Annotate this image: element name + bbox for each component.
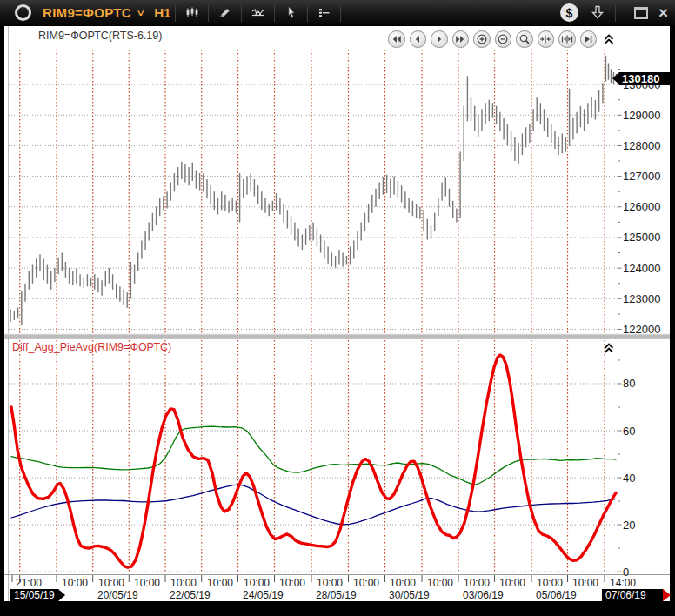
step-back-icon [411, 33, 424, 45]
zoom-out-icon [497, 33, 509, 45]
price-axis-label: 125000 [623, 231, 660, 244]
time-axis-label: 10:00 [170, 577, 197, 589]
time-axis-label: 10:00 [317, 577, 343, 589]
app-logo-ring-icon [15, 4, 31, 21]
time-axis-label: 10:00 [499, 577, 525, 589]
price-axis-label: 126000 [623, 200, 660, 213]
collapse-top-panel-icon[interactable] [603, 32, 615, 46]
pencil-icon[interactable] [213, 3, 237, 23]
expand-bars-button[interactable] [558, 30, 576, 48]
date-axis-label: 20/05/19 [97, 589, 138, 601]
price-axis-label: 122000 [623, 323, 660, 336]
indicator-axis-label: 40 [623, 472, 635, 485]
zoom-in-icon [476, 33, 488, 45]
indicator-axis-label: 20 [623, 519, 635, 532]
title-bar: RIM9=ФОРТС ∨ H1 $ × [0, 0, 675, 26]
time-axis-label: 10:00 [98, 577, 124, 589]
date-axis-label: 30/05/19 [389, 589, 430, 601]
date-axis-label: 24/05/19 [243, 589, 284, 601]
timeframe-label[interactable]: H1 [154, 5, 170, 20]
search-zoom-icon [518, 33, 531, 45]
price-panel-title: RIM9=ФОРТС(RTS-6.19) [38, 30, 162, 42]
symbol-name[interactable]: RIM9=ФОРТС [43, 5, 131, 20]
indicator-axis-label: 60 [623, 425, 635, 438]
step-forward-button[interactable] [431, 30, 448, 48]
price-chart-plot[interactable] [9, 50, 618, 333]
fast-rewind-button[interactable] [388, 30, 405, 48]
time-axis-label: 10:00 [464, 577, 490, 589]
zoom-in-button[interactable] [473, 30, 491, 48]
time-axis-label: 14:00 [610, 577, 636, 589]
fast-forward-icon [454, 33, 466, 45]
chevron-down-icon[interactable]: ∨ [136, 8, 145, 17]
collapse-indicator-panel-icon[interactable] [603, 341, 615, 355]
fast-forward-button[interactable] [452, 30, 470, 48]
time-axis-label: 10:00 [244, 577, 270, 589]
fast-rewind-icon [391, 33, 403, 45]
indicator-plot[interactable] [9, 340, 618, 573]
zoom-out-button[interactable] [495, 30, 512, 48]
download-arrow-icon[interactable] [591, 5, 605, 20]
compress-bars-icon [539, 33, 551, 45]
time-axis-label: 10:00 [207, 577, 233, 589]
go-to-end-icon [582, 33, 594, 45]
time-axis-label: 10:00 [427, 577, 453, 589]
terminal-window: RIM9=ФОРТС ∨ H1 $ × [0, 0, 675, 616]
time-axis-label: 10:00 [353, 577, 379, 589]
date-axis-label: 05/06/19 [536, 589, 577, 601]
time-axis-label: 10:00 [62, 577, 88, 589]
search-zoom-button[interactable] [516, 30, 533, 48]
go-to-end-button[interactable] [580, 30, 598, 48]
date-axis-label: 22/05/19 [170, 589, 211, 601]
time-axis-label: 10:00 [537, 577, 563, 589]
last-price-tag: 130180 [619, 72, 672, 85]
dollar-icon[interactable]: $ [560, 3, 578, 22]
price-axis-label: 129000 [623, 109, 660, 122]
price-axis-label: 124000 [623, 262, 660, 275]
time-axis-label: 10:00 [279, 577, 305, 589]
chart-nav-toolbar [388, 30, 597, 48]
restore-window-icon[interactable] [634, 7, 648, 19]
start-date-tag: 15/05/19 [10, 589, 58, 602]
time-axis-label: 10:00 [134, 577, 160, 589]
end-date-tag: 07/06/19 [602, 589, 663, 602]
candlestick-chart-icon[interactable] [180, 3, 204, 23]
time-axis-label: 10:00 [390, 577, 416, 589]
close-icon[interactable]: × [658, 4, 668, 21]
step-forward-icon [433, 33, 445, 45]
indicator-panel-title: Diff_Agg_PieAvg(RIM9=ФОРТС) [12, 341, 171, 353]
price-axis-label: 127000 [623, 170, 660, 183]
time-axis-label: 21:00 [16, 577, 42, 589]
levels-icon[interactable] [312, 3, 336, 23]
time-axis-label: 10:00 [572, 577, 598, 589]
indicator-axis-label: 80 [623, 377, 635, 390]
compress-bars-button[interactable] [538, 30, 555, 48]
date-axis-label: 28/05/19 [316, 589, 357, 601]
price-axis-label: 123000 [623, 292, 660, 305]
expand-bars-icon [561, 33, 573, 45]
step-back-button[interactable] [410, 30, 427, 48]
cursor-icon[interactable] [279, 3, 303, 23]
price-axis-label: 128000 [623, 139, 660, 152]
indicator-wave-icon[interactable] [246, 3, 270, 23]
date-axis-label: 03/06/19 [463, 589, 504, 601]
